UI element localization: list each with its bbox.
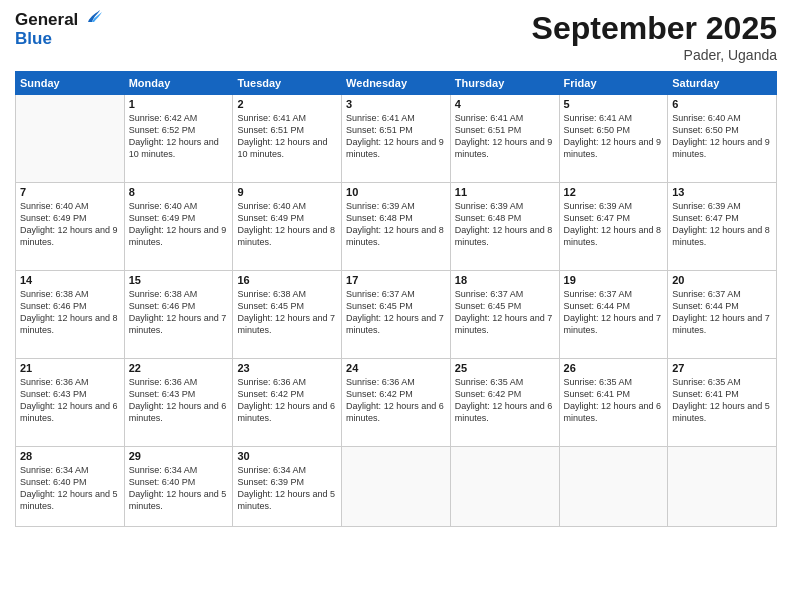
logo-general: General — [15, 11, 78, 30]
day-number: 6 — [672, 98, 772, 110]
day-info: Sunrise: 6:36 AM Sunset: 6:42 PM Dayligh… — [346, 376, 446, 425]
table-row: 3Sunrise: 6:41 AM Sunset: 6:51 PM Daylig… — [342, 95, 451, 183]
day-info: Sunrise: 6:35 AM Sunset: 6:41 PM Dayligh… — [672, 376, 772, 425]
table-row: 30Sunrise: 6:34 AM Sunset: 6:39 PM Dayli… — [233, 447, 342, 527]
day-number: 28 — [20, 450, 120, 462]
table-row — [16, 95, 125, 183]
table-row: 22Sunrise: 6:36 AM Sunset: 6:43 PM Dayli… — [124, 359, 233, 447]
day-number: 11 — [455, 186, 555, 198]
table-row — [559, 447, 668, 527]
table-row: 20Sunrise: 6:37 AM Sunset: 6:44 PM Dayli… — [668, 271, 777, 359]
day-number: 4 — [455, 98, 555, 110]
day-info: Sunrise: 6:39 AM Sunset: 6:47 PM Dayligh… — [564, 200, 664, 249]
day-number: 13 — [672, 186, 772, 198]
col-sunday: Sunday — [16, 72, 125, 95]
day-number: 24 — [346, 362, 446, 374]
table-row: 26Sunrise: 6:35 AM Sunset: 6:41 PM Dayli… — [559, 359, 668, 447]
day-number: 12 — [564, 186, 664, 198]
day-info: Sunrise: 6:40 AM Sunset: 6:49 PM Dayligh… — [20, 200, 120, 249]
day-number: 5 — [564, 98, 664, 110]
calendar-header-row: Sunday Monday Tuesday Wednesday Thursday… — [16, 72, 777, 95]
table-row: 17Sunrise: 6:37 AM Sunset: 6:45 PM Dayli… — [342, 271, 451, 359]
table-row: 16Sunrise: 6:38 AM Sunset: 6:45 PM Dayli… — [233, 271, 342, 359]
table-row: 10Sunrise: 6:39 AM Sunset: 6:48 PM Dayli… — [342, 183, 451, 271]
day-info: Sunrise: 6:40 AM Sunset: 6:49 PM Dayligh… — [237, 200, 337, 249]
day-info: Sunrise: 6:34 AM Sunset: 6:40 PM Dayligh… — [129, 464, 229, 513]
day-number: 20 — [672, 274, 772, 286]
table-row — [342, 447, 451, 527]
day-number: 22 — [129, 362, 229, 374]
day-info: Sunrise: 6:41 AM Sunset: 6:51 PM Dayligh… — [346, 112, 446, 161]
day-info: Sunrise: 6:41 AM Sunset: 6:50 PM Dayligh… — [564, 112, 664, 161]
page: General Blue September 2025 Pader, Ugand… — [0, 0, 792, 612]
day-number: 15 — [129, 274, 229, 286]
day-info: Sunrise: 6:34 AM Sunset: 6:40 PM Dayligh… — [20, 464, 120, 513]
col-thursday: Thursday — [450, 72, 559, 95]
day-number: 16 — [237, 274, 337, 286]
day-number: 14 — [20, 274, 120, 286]
table-row — [450, 447, 559, 527]
day-number: 19 — [564, 274, 664, 286]
table-row: 8Sunrise: 6:40 AM Sunset: 6:49 PM Daylig… — [124, 183, 233, 271]
day-info: Sunrise: 6:37 AM Sunset: 6:45 PM Dayligh… — [346, 288, 446, 337]
table-row: 5Sunrise: 6:41 AM Sunset: 6:50 PM Daylig… — [559, 95, 668, 183]
location: Pader, Uganda — [532, 47, 777, 63]
day-info: Sunrise: 6:39 AM Sunset: 6:48 PM Dayligh… — [455, 200, 555, 249]
table-row: 11Sunrise: 6:39 AM Sunset: 6:48 PM Dayli… — [450, 183, 559, 271]
day-info: Sunrise: 6:36 AM Sunset: 6:43 PM Dayligh… — [20, 376, 120, 425]
day-number: 1 — [129, 98, 229, 110]
day-number: 7 — [20, 186, 120, 198]
header: General Blue September 2025 Pader, Ugand… — [15, 10, 777, 63]
logo: General Blue — [15, 10, 102, 49]
day-number: 17 — [346, 274, 446, 286]
day-info: Sunrise: 6:39 AM Sunset: 6:47 PM Dayligh… — [672, 200, 772, 249]
day-number: 18 — [455, 274, 555, 286]
table-row: 6Sunrise: 6:40 AM Sunset: 6:50 PM Daylig… — [668, 95, 777, 183]
day-number: 21 — [20, 362, 120, 374]
day-info: Sunrise: 6:36 AM Sunset: 6:42 PM Dayligh… — [237, 376, 337, 425]
col-tuesday: Tuesday — [233, 72, 342, 95]
day-info: Sunrise: 6:37 AM Sunset: 6:44 PM Dayligh… — [564, 288, 664, 337]
day-number: 8 — [129, 186, 229, 198]
table-row: 7Sunrise: 6:40 AM Sunset: 6:49 PM Daylig… — [16, 183, 125, 271]
table-row — [668, 447, 777, 527]
logo-blue: Blue — [15, 30, 102, 49]
calendar-table: Sunday Monday Tuesday Wednesday Thursday… — [15, 71, 777, 527]
col-wednesday: Wednesday — [342, 72, 451, 95]
table-row: 9Sunrise: 6:40 AM Sunset: 6:49 PM Daylig… — [233, 183, 342, 271]
day-info: Sunrise: 6:35 AM Sunset: 6:42 PM Dayligh… — [455, 376, 555, 425]
table-row: 29Sunrise: 6:34 AM Sunset: 6:40 PM Dayli… — [124, 447, 233, 527]
table-row: 27Sunrise: 6:35 AM Sunset: 6:41 PM Dayli… — [668, 359, 777, 447]
table-row: 15Sunrise: 6:38 AM Sunset: 6:46 PM Dayli… — [124, 271, 233, 359]
table-row: 23Sunrise: 6:36 AM Sunset: 6:42 PM Dayli… — [233, 359, 342, 447]
day-info: Sunrise: 6:40 AM Sunset: 6:49 PM Dayligh… — [129, 200, 229, 249]
day-number: 26 — [564, 362, 664, 374]
day-info: Sunrise: 6:35 AM Sunset: 6:41 PM Dayligh… — [564, 376, 664, 425]
day-number: 2 — [237, 98, 337, 110]
col-saturday: Saturday — [668, 72, 777, 95]
day-info: Sunrise: 6:37 AM Sunset: 6:44 PM Dayligh… — [672, 288, 772, 337]
col-monday: Monday — [124, 72, 233, 95]
title-area: September 2025 Pader, Uganda — [532, 10, 777, 63]
day-info: Sunrise: 6:40 AM Sunset: 6:50 PM Dayligh… — [672, 112, 772, 161]
table-row: 1Sunrise: 6:42 AM Sunset: 6:52 PM Daylig… — [124, 95, 233, 183]
day-number: 9 — [237, 186, 337, 198]
table-row: 14Sunrise: 6:38 AM Sunset: 6:46 PM Dayli… — [16, 271, 125, 359]
day-number: 23 — [237, 362, 337, 374]
day-number: 25 — [455, 362, 555, 374]
day-info: Sunrise: 6:39 AM Sunset: 6:48 PM Dayligh… — [346, 200, 446, 249]
table-row: 25Sunrise: 6:35 AM Sunset: 6:42 PM Dayli… — [450, 359, 559, 447]
day-number: 30 — [237, 450, 337, 462]
day-info: Sunrise: 6:42 AM Sunset: 6:52 PM Dayligh… — [129, 112, 229, 161]
logo-bird-icon — [80, 8, 102, 30]
table-row: 12Sunrise: 6:39 AM Sunset: 6:47 PM Dayli… — [559, 183, 668, 271]
table-row: 19Sunrise: 6:37 AM Sunset: 6:44 PM Dayli… — [559, 271, 668, 359]
table-row: 2Sunrise: 6:41 AM Sunset: 6:51 PM Daylig… — [233, 95, 342, 183]
day-number: 3 — [346, 98, 446, 110]
day-info: Sunrise: 6:37 AM Sunset: 6:45 PM Dayligh… — [455, 288, 555, 337]
day-number: 29 — [129, 450, 229, 462]
month-title: September 2025 — [532, 10, 777, 47]
day-info: Sunrise: 6:38 AM Sunset: 6:46 PM Dayligh… — [20, 288, 120, 337]
day-info: Sunrise: 6:36 AM Sunset: 6:43 PM Dayligh… — [129, 376, 229, 425]
day-info: Sunrise: 6:41 AM Sunset: 6:51 PM Dayligh… — [455, 112, 555, 161]
